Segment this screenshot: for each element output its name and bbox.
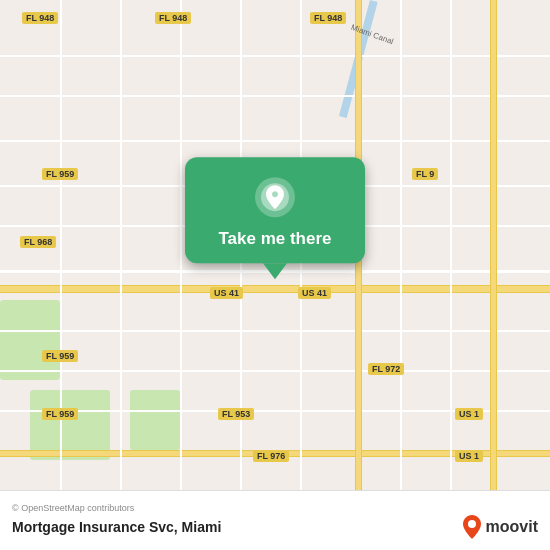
- map-attribution: © OpenStreetMap contributors: [12, 503, 538, 513]
- v-street-major: [490, 0, 497, 490]
- h-street: [0, 95, 550, 97]
- road-label-us1-1: US 1: [455, 408, 483, 420]
- highway-area: [100, 0, 320, 80]
- park-area: [130, 390, 180, 450]
- take-me-there-button[interactable]: Take me there: [218, 229, 331, 249]
- svg-point-2: [468, 520, 476, 528]
- location-name-text: Mortgage Insurance Svc: [12, 519, 174, 535]
- road-label-fl948-3: FL 948: [310, 12, 346, 24]
- moovit-logo-text: moovit: [486, 518, 538, 536]
- map: FL 948 FL 948 FL 948 FL 959 FL 9 FL 968 …: [0, 0, 550, 490]
- road-label-fl948-1: FL 948: [22, 12, 58, 24]
- road-label-fl9: FL 9: [412, 168, 438, 180]
- h-street: [0, 370, 550, 372]
- location-pin-icon: [253, 175, 297, 219]
- popup-bubble: Take me there: [185, 157, 365, 263]
- moovit-pin-icon: [462, 515, 482, 539]
- h-street: [0, 140, 550, 142]
- moovit-logo: moovit: [462, 515, 538, 539]
- bottom-bar: © OpenStreetMap contributors Mortgage In…: [0, 490, 550, 550]
- location-row: Mortgage Insurance Svc, Miami moovit: [12, 515, 538, 539]
- road-label-fl959-2: FL 959: [42, 350, 78, 362]
- location-name: Mortgage Insurance Svc, Miami: [12, 519, 221, 535]
- v-street: [450, 0, 452, 490]
- popup-tail: [263, 263, 287, 279]
- road-label-fl948-2: FL 948: [155, 12, 191, 24]
- road-label-us1-2: US 1: [455, 450, 483, 462]
- road-label-fl972: FL 972: [368, 363, 404, 375]
- popup-card: Take me there: [185, 157, 365, 279]
- v-street: [400, 0, 402, 490]
- road-label-fl953: FL 953: [218, 408, 254, 420]
- road-label-fl959-3: FL 959: [42, 408, 78, 420]
- h-street-major: [0, 285, 550, 293]
- road-label-fl976: FL 976: [253, 450, 289, 462]
- park-area: [0, 300, 60, 380]
- road-label-us41-1: US 41: [210, 287, 243, 299]
- location-city-text: Miami: [182, 519, 222, 535]
- road-label-fl968: FL 968: [20, 236, 56, 248]
- h-street: [0, 330, 550, 332]
- road-label-us41-2: US 41: [298, 287, 331, 299]
- road-label-fl959-1: FL 959: [42, 168, 78, 180]
